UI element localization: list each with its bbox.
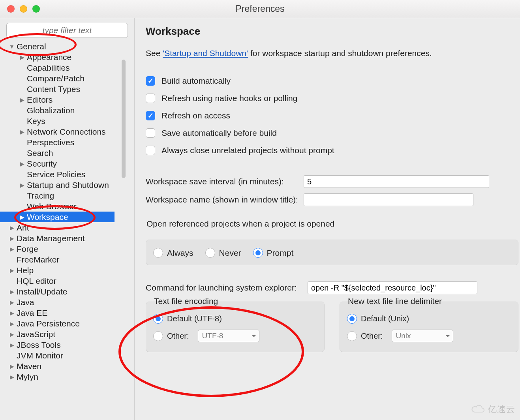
cmd-row: Command for launching system explorer:	[146, 279, 520, 297]
tree-item-label: Ant	[16, 223, 29, 232]
open-ref-option[interactable]: Never	[205, 248, 241, 258]
chevron-right-icon: ▶	[8, 374, 16, 380]
open-ref-option-label: Prompt	[267, 248, 294, 258]
radio-icon	[153, 331, 163, 341]
interval-input[interactable]	[304, 175, 489, 188]
encoding-other-label: Other:	[167, 332, 189, 341]
tree-item[interactable]: ▶Capabilities	[0, 62, 134, 73]
chevron-right-icon: ▶	[8, 268, 16, 273]
wsname-input[interactable]	[304, 193, 473, 206]
tree-item[interactable]: ▶Network Connections	[0, 126, 134, 137]
tree-item[interactable]: ▼General	[0, 41, 134, 52]
encoding-other-select[interactable]: UTF-8	[198, 330, 259, 342]
tree-item-label: Globalization	[26, 106, 75, 114]
tree-item[interactable]: ▶Tracing	[0, 190, 134, 201]
tree-item[interactable]: ▶FreeMarker	[0, 254, 134, 265]
tree-item[interactable]: ▶Install/Update	[0, 286, 134, 297]
page-title: Workspace	[146, 25, 520, 38]
chevron-right-icon: ▶	[18, 161, 26, 167]
chevron-right-icon: ▶	[8, 289, 16, 294]
tree-item[interactable]: ▶JVM Monitor	[0, 350, 134, 361]
tree-item[interactable]: ▶Compare/Patch	[0, 73, 134, 84]
chevron-right-icon: ▶	[8, 300, 16, 305]
tree-item[interactable]: ▶Security	[0, 158, 134, 169]
checkbox-row[interactable]: Build automatically	[146, 72, 520, 90]
watermark: 亿速云	[471, 403, 515, 415]
chevron-right-icon: ▶	[8, 321, 16, 326]
tree-item[interactable]: ▶Globalization	[0, 105, 134, 116]
tree-item[interactable]: ▶Java EE	[0, 308, 134, 318]
checkbox-icon	[146, 76, 155, 86]
tree-item[interactable]: ▶Web Browser	[0, 201, 134, 212]
delimiter-group: New text file line delimiter Default (Un…	[340, 302, 518, 352]
tree-item[interactable]: ▶Perspectives	[0, 137, 134, 148]
tree-item-label: Java EE	[16, 309, 47, 317]
checkbox-icon	[146, 111, 155, 120]
tree-item[interactable]: ▶Startup and Shutdown	[0, 180, 134, 190]
filter-container	[6, 23, 128, 38]
chevron-right-icon: ▶	[8, 236, 16, 241]
tree-item[interactable]: ▶Content Types	[0, 84, 134, 94]
chevron-right-icon: ▶	[8, 332, 16, 337]
tree-item-label: FreeMarker	[16, 255, 60, 264]
tree-item-label: Capabilities	[26, 64, 70, 72]
encoding-other-option[interactable]: Other: UTF-8	[153, 327, 317, 345]
tree-item[interactable]: ▶Appearance	[0, 52, 134, 62]
delimiter-default-label: Default (Unix)	[361, 314, 409, 323]
tree-item[interactable]: ▶JavaScript	[0, 329, 134, 339]
tree-item[interactable]: ▶Data Management	[0, 233, 134, 244]
checkbox-icon	[146, 94, 155, 103]
tree-item[interactable]: ▶JBoss Tools	[0, 339, 134, 350]
tree-item-label: Web Browser	[26, 202, 77, 210]
tree-item[interactable]: ▶Mylyn	[0, 371, 134, 382]
tree-item[interactable]: ▶Service Policies	[0, 169, 134, 180]
tree-item[interactable]: ▶Search	[0, 148, 134, 158]
tree-item-label: Mylyn	[16, 373, 38, 381]
tree-item[interactable]: ▶Ant	[0, 222, 134, 233]
filter-input[interactable]	[6, 23, 128, 38]
radio-icon	[205, 248, 215, 258]
open-ref-option[interactable]: Prompt	[253, 248, 294, 258]
chevron-right-icon: ▶	[18, 182, 26, 188]
tree-item-label: Tracing	[26, 191, 54, 200]
tree-item[interactable]: ▶Java Persistence	[0, 318, 134, 329]
tree-item-label: JVM Monitor	[16, 351, 63, 360]
wsname-label: Workspace name (shown in window title):	[146, 195, 304, 204]
checkbox-row[interactable]: Refresh on access	[146, 107, 520, 124]
tree-item[interactable]: ▶Forge	[0, 244, 134, 254]
encoding-title: Text file encoding	[154, 296, 317, 306]
open-ref-option-label: Always	[167, 248, 193, 258]
tree-item-label: Help	[16, 266, 34, 274]
tree-item-label: Perspectives	[26, 138, 74, 146]
chevron-right-icon: ▶	[8, 342, 16, 348]
open-ref-group: AlwaysNeverPrompt	[146, 240, 518, 265]
tree-item[interactable]: ▶Java	[0, 297, 134, 308]
tree-item[interactable]: ▶Help	[0, 265, 134, 276]
chevron-right-icon: ▶	[18, 214, 26, 220]
tree-item[interactable]: ▶Maven	[0, 361, 134, 371]
sidebar-scrollbar[interactable]	[122, 60, 126, 178]
open-ref-option[interactable]: Always	[153, 248, 193, 258]
delimiter-default-option[interactable]: Default (Unix)	[347, 310, 511, 327]
tree-item-label: Network Connections	[26, 128, 106, 136]
cmd-input[interactable]	[308, 281, 477, 294]
tree-item[interactable]: ▶Keys	[0, 116, 134, 126]
watermark-text: 亿速云	[488, 403, 515, 415]
open-ref-option-label: Never	[219, 248, 241, 258]
chevron-right-icon: ▶	[8, 364, 16, 369]
tree-item[interactable]: ▶HQL editor	[0, 276, 134, 286]
encoding-default-option[interactable]: Default (UTF-8)	[153, 310, 317, 327]
preferences-tree[interactable]: ▼General▶Appearance▶Capabilities▶Compare…	[0, 41, 134, 382]
tree-item-label: Install/Update	[16, 287, 67, 296]
checkbox-row[interactable]: Always close unrelated projects without …	[146, 142, 520, 159]
checkbox-row[interactable]: Save automatically before build	[146, 124, 520, 142]
tree-item-label: Content Types	[26, 85, 80, 93]
tree-item[interactable]: ▶Workspace	[0, 212, 115, 222]
tree-item-label: Java	[16, 298, 34, 306]
delimiter-other-option[interactable]: Other: Unix	[347, 327, 511, 345]
delimiter-other-select[interactable]: Unix	[392, 330, 453, 342]
startup-shutdown-link[interactable]: 'Startup and Shutdown'	[163, 49, 248, 58]
tree-item[interactable]: ▶Editors	[0, 94, 134, 105]
chevron-right-icon: ▶	[18, 54, 26, 60]
checkbox-row[interactable]: Refresh using native hooks or polling	[146, 90, 520, 107]
